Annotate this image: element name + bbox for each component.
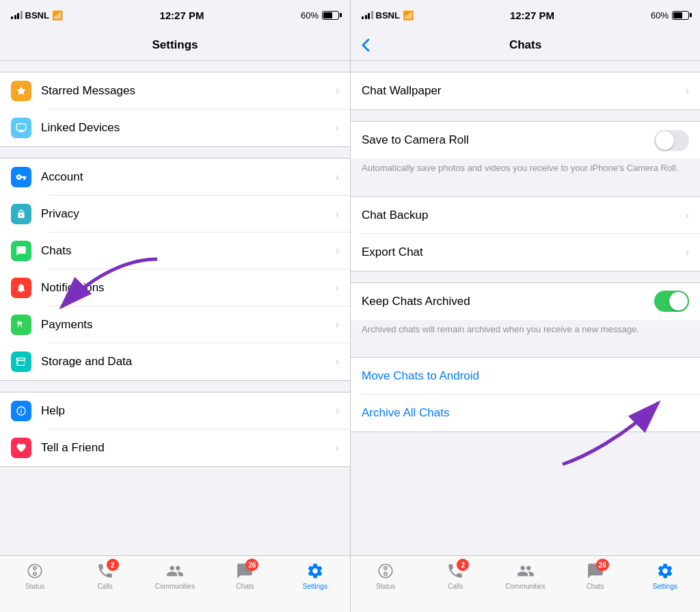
settings-row-account[interactable]: Account › [0, 159, 350, 196]
tab-icon-wrap-chats-left: 26 [235, 561, 254, 581]
backup-label: Chat Backup [362, 209, 686, 222]
archive-all-label: Archive All Chats [362, 406, 689, 420]
carrier-signal-right: BSNL 📶 [362, 10, 414, 21]
tab-item-status-left[interactable]: Status [0, 561, 70, 590]
key-icon [11, 167, 31, 187]
tab-bar-right: Status 2 Calls Communities [351, 555, 700, 612]
tab-label-calls-left: Calls [97, 583, 112, 590]
right-panel: BSNL 📶 12:27 PM 60% Chats Chat Wallpaper… [350, 0, 700, 612]
tab-item-settings-right[interactable]: Settings [630, 561, 700, 590]
settings-row-archive-all[interactable]: Archive All Chats [351, 395, 700, 431]
svg-rect-1 [19, 130, 24, 131]
tab-item-settings-left[interactable]: Settings [280, 561, 350, 590]
settings-group-2: Account › Privacy › Chats › [0, 158, 350, 381]
linked-chevron: › [336, 122, 339, 134]
settings-group-move-archive: Move Chats to Android Archive All Chats [351, 357, 700, 432]
tab-label-communities-left: Communities [155, 583, 195, 590]
nav-header-left: Settings [0, 30, 350, 60]
tab-icon-wrap-settings-left [306, 561, 325, 581]
tab-icon-wrap-status-left [25, 561, 44, 581]
tab-label-chats-left: Chats [236, 583, 254, 590]
keep-archived-label: Keep Chats Archived [362, 295, 654, 308]
back-button-right[interactable] [362, 38, 370, 52]
svg-rect-0 [16, 124, 25, 130]
tab-item-calls-left[interactable]: 2 Calls [70, 561, 139, 590]
battery-right: 60% [651, 10, 689, 21]
settings-row-storage[interactable]: Storage and Data › [0, 343, 350, 380]
toggle-knob-archived [669, 292, 688, 310]
calls-badge-left: 2 [107, 559, 119, 571]
svg-point-10 [384, 572, 387, 575]
time-right: 12:27 PM [510, 10, 554, 21]
storage-chevron: › [336, 356, 339, 368]
battery-icon-right [672, 11, 689, 20]
export-label: Export Chat [362, 245, 686, 259]
svg-point-6 [33, 572, 36, 575]
chevron-left-icon [362, 38, 370, 52]
settings-row-payments[interactable]: Payments › [0, 306, 350, 343]
tab-item-chats-right[interactable]: 26 Chats [561, 561, 630, 590]
signal-bars-right [362, 11, 373, 19]
help-chevron: › [336, 405, 339, 417]
wifi-icon-right: 📶 [403, 10, 414, 21]
settings-group-backup-export: Chat Backup › Export Chat › [351, 196, 700, 271]
starred-chevron: › [336, 85, 339, 97]
settings-group-camera-roll: Save to Camera Roll [351, 121, 700, 159]
carrier-signal-left: BSNL 📶 [11, 10, 63, 21]
payments-chevron: › [336, 319, 339, 331]
help-label: Help [41, 404, 336, 418]
tab-label-settings-right: Settings [653, 583, 677, 590]
tab-item-communities-left[interactable]: Communities [140, 561, 210, 590]
tab-icon-wrap-calls-right: 2 [446, 561, 465, 581]
settings-row-keep-archived[interactable]: Keep Chats Archived [351, 283, 700, 320]
notifications-chevron: › [336, 282, 339, 294]
wallpaper-chevron: › [686, 85, 689, 97]
settings-row-wallpaper[interactable]: Chat Wallpaper › [351, 72, 700, 109]
settings-row-linked[interactable]: Linked Devices › [0, 109, 350, 146]
tab-icon-wrap-communities-left [165, 561, 185, 581]
tab-item-chats-left[interactable]: 26 Chats [210, 561, 280, 590]
tab-item-status-right[interactable]: Status [351, 561, 420, 590]
storage-label: Storage and Data [41, 355, 336, 369]
settings-row-notifications[interactable]: Notifications › [0, 269, 350, 306]
starred-label: Starred Messages [41, 84, 336, 98]
star-icon [11, 81, 31, 101]
settings-row-backup[interactable]: Chat Backup › [351, 197, 700, 234]
tab-icon-wrap-settings-right [656, 561, 675, 581]
scroll-content-left: Starred Messages › Linked Devices › Acco… [0, 61, 350, 555]
battery-fill-left [323, 12, 332, 18]
settings-row-camera-roll[interactable]: Save to Camera Roll [351, 122, 700, 159]
status-bar-left: BSNL 📶 12:27 PM 60% [0, 0, 350, 30]
settings-row-friend[interactable]: Tell a Friend › [0, 429, 350, 466]
chats-label: Chats [41, 244, 336, 258]
status-icon-right [377, 562, 394, 580]
svg-rect-2 [18, 131, 24, 132]
camera-roll-toggle[interactable] [654, 130, 689, 151]
settings-row-chats[interactable]: Chats › [0, 232, 350, 269]
settings-row-help[interactable]: Help › [0, 393, 350, 429]
settings-row-move-android[interactable]: Move Chats to Android [351, 358, 700, 395]
signal-bars-left [11, 11, 23, 19]
tab-bar-left: Status 2 Calls Communities [0, 555, 350, 612]
tab-label-settings-left: Settings [303, 583, 327, 590]
rupee-icon [11, 315, 31, 335]
keep-archived-toggle[interactable] [654, 291, 689, 312]
page-title-right: Chats [509, 38, 541, 52]
battery-icon-left [322, 11, 339, 20]
settings-row-privacy[interactable]: Privacy › [0, 196, 350, 232]
gear-icon-left [306, 562, 324, 580]
camera-roll-description: Automatically save photos and videos you… [351, 159, 700, 185]
page-title-left: Settings [152, 38, 198, 52]
move-android-label: Move Chats to Android [362, 369, 689, 383]
nav-header-right: Chats [351, 30, 700, 60]
tab-item-communities-right[interactable]: Communities [490, 561, 560, 590]
gear-icon-right [656, 562, 674, 580]
wifi-icon-left: 📶 [52, 10, 63, 21]
battery-fill-right [673, 12, 682, 18]
heart-icon [11, 438, 31, 458]
tab-item-calls-right[interactable]: 2 Calls [420, 561, 490, 590]
account-chevron: › [336, 171, 339, 183]
settings-row-starred[interactable]: Starred Messages › [0, 72, 350, 109]
settings-row-export[interactable]: Export Chat › [351, 234, 700, 271]
tab-label-status-right: Status [376, 583, 395, 590]
